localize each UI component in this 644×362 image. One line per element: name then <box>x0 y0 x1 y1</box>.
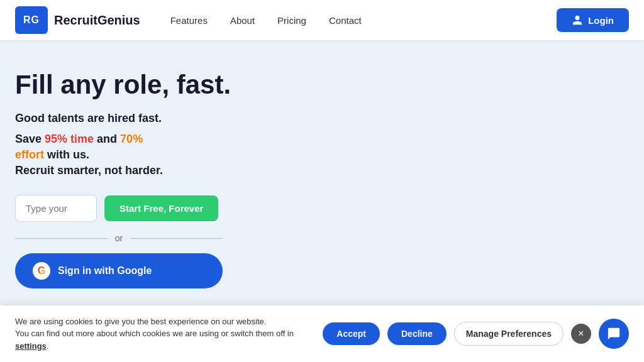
nav-links: Features About Pricing Contact <box>170 15 557 26</box>
cookie-message-2: You can find out more about which cookie… <box>15 329 294 338</box>
chat-icon <box>607 327 621 341</box>
save-and: and <box>94 133 120 145</box>
divider-right <box>130 238 223 239</box>
login-label: Login <box>588 15 614 26</box>
navbar: RG RecruitGenius Features About Pricing … <box>0 0 644 40</box>
start-button[interactable]: Start Free, Forever <box>104 195 218 221</box>
recruit-line: Recruit smarter, not harder. <box>15 164 325 177</box>
cookie-message-1: We are using cookies to give you the bes… <box>15 317 266 326</box>
logo-text: RecruitGenius <box>54 13 140 28</box>
hero-subheadline: Good talents are hired fast. <box>15 112 325 125</box>
google-icon: G <box>33 262 50 280</box>
google-signin-button[interactable]: G Sign in with Google <box>15 253 223 288</box>
nav-contact[interactable]: Contact <box>329 15 362 26</box>
login-button[interactable]: Login <box>557 8 629 32</box>
save-percent-effort: 70% <box>120 133 143 145</box>
chat-button[interactable] <box>599 319 629 349</box>
decline-button[interactable]: Decline <box>387 322 447 345</box>
cookie-settings-link[interactable]: settings <box>15 341 47 351</box>
save-line: Save 95% time and 70% <box>15 133 325 146</box>
accept-button[interactable]: Accept <box>323 322 380 345</box>
nav-features[interactable]: Features <box>170 15 208 26</box>
effort-label: effort <box>15 148 44 161</box>
email-input[interactable] <box>15 195 97 222</box>
user-icon <box>572 14 583 26</box>
effort-line: effort with us. <box>15 148 325 162</box>
close-cookie-button[interactable]: × <box>571 324 591 344</box>
nav-pricing[interactable]: Pricing <box>277 15 306 26</box>
hero-headline: Fill any role, fast. <box>15 70 325 99</box>
nav-about[interactable]: About <box>230 15 255 26</box>
logo-container: RG RecruitGenius <box>15 6 140 34</box>
divider-text: or <box>115 233 123 243</box>
divider-left <box>15 238 108 239</box>
logo-letters: RG <box>23 14 40 26</box>
cookie-banner: We are using cookies to give you the bes… <box>0 305 644 363</box>
save-percent-time: 95% time <box>45 133 94 145</box>
logo-box: RG <box>15 6 48 34</box>
manage-preferences-button[interactable]: Manage Preferences <box>454 322 564 346</box>
cookie-text: We are using cookies to give you the bes… <box>15 315 308 353</box>
hero-section: Fill any role, fast. Good talents are hi… <box>0 40 340 288</box>
save-prefix: Save <box>15 133 45 145</box>
cookie-buttons: Accept Decline Manage Preferences × <box>323 319 629 349</box>
input-row: Start Free, Forever <box>15 195 325 222</box>
effort-suffix: with us. <box>44 148 89 161</box>
google-label: Sign in with Google <box>58 265 152 277</box>
divider-row: or <box>15 233 223 243</box>
